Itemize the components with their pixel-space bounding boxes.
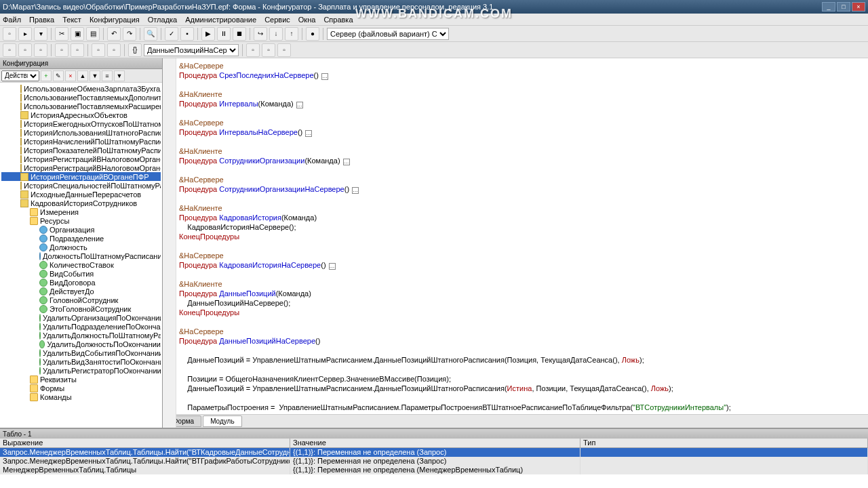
tree-item[interactable]: ИсторияРегистрацийВНалоговомОргане [1, 155, 161, 163]
tree-item[interactable]: ДолжностьПоШтатномуРасписанию [1, 251, 161, 260]
col-type[interactable]: Тип [580, 439, 868, 447]
undo-icon[interactable]: ↶ [107, 27, 121, 41]
tree-item[interactable]: КадроваяИсторияСотрудников [1, 199, 161, 207]
tb2-btn10[interactable]: ▫ [277, 43, 291, 57]
tb2-btn6[interactable]: ▫ [92, 43, 105, 57]
tb2-btn4[interactable]: ▫ [55, 43, 68, 57]
tb2-btn9[interactable]: ▫ [262, 43, 275, 57]
tree-item[interactable]: УдалитьОрганизацияПоОкончании [1, 313, 161, 322]
watermark: WWW.BANDICAM.COM [355, 7, 513, 21]
tree-edit-icon[interactable]: ✎ [53, 70, 64, 81]
tree-item[interactable]: Подразделение [1, 234, 161, 243]
tree-item[interactable]: ИсторияПоказателейПоШтатномуРасписанию [1, 146, 161, 155]
syntax-check-icon[interactable]: ✓ [165, 27, 178, 41]
menu-Отладка[interactable]: Отладка [148, 16, 177, 24]
tree-item[interactable]: УдалитьПодразделениеПоОкончании [1, 322, 161, 331]
code-editor[interactable]: &НаСервереПроцедура СрезПоследнихНаСерве… [163, 58, 868, 428]
redo-icon[interactable]: ↷ [123, 27, 136, 41]
config-tree[interactable]: ИспользованиеОбменаЗарплата3Бухгалтерия3… [0, 83, 162, 428]
watch-columns: Выражение Значение Тип [0, 439, 868, 448]
col-expression[interactable]: Выражение [0, 439, 290, 447]
procedure-select[interactable]: ДанныеПозицийНаСервере [144, 44, 239, 56]
tree-delete-icon[interactable]: × [65, 70, 76, 81]
tree-item[interactable]: Организация [1, 225, 161, 234]
menu-Администрирование[interactable]: Администрирование [185, 16, 256, 24]
editor-tab-Модуль[interactable]: Модуль [203, 415, 241, 427]
menu-Сервис[interactable]: Сервис [264, 16, 290, 24]
menu-Окна[interactable]: Окна [298, 16, 316, 24]
tb2-btn7[interactable]: ▫ [107, 43, 121, 57]
menu-Правка[interactable]: Правка [29, 16, 54, 24]
menu-Конфигурация[interactable]: Конфигурация [90, 16, 140, 24]
find-icon[interactable]: 🔍 [144, 27, 157, 41]
menu-Справка[interactable]: Справка [323, 16, 353, 24]
watch-panel-title: Табло - 1 [0, 429, 868, 439]
tree-item[interactable]: УдалитьВидЗанятостиПоОкончании [1, 357, 161, 366]
tree-item[interactable]: ИсторияАдресныхОбъектов [1, 110, 161, 119]
tree-item[interactable]: ДействуетДо [1, 287, 161, 296]
watch-row[interactable]: Запрос.МенеджерВременныхТаблиц.Таблицы.Н… [0, 448, 868, 457]
paste-icon[interactable]: ▤ [86, 27, 100, 41]
tb2-btn1[interactable]: ▫ [3, 43, 16, 57]
tree-item[interactable]: ГоловнойСотрудник [1, 296, 161, 304]
save-icon[interactable]: ▾ [34, 27, 47, 41]
step-into-icon[interactable]: ↓ [269, 27, 283, 41]
tree-item[interactable]: ИсторияРегистрацийВОрганеПФР [1, 172, 161, 181]
tree-down-icon[interactable]: ▼ [90, 70, 100, 81]
tree-item[interactable]: Команды [1, 392, 161, 401]
close-button[interactable]: × [852, 2, 865, 12]
tree-item[interactable]: ИсходныеДанныеПерерасчетов [1, 190, 161, 199]
cut-icon[interactable]: ✂ [55, 27, 68, 41]
step-over-icon[interactable]: ↪ [254, 27, 267, 41]
tree-up-icon[interactable]: ▲ [77, 70, 88, 81]
debug-stop-icon[interactable]: ⏹ [233, 27, 246, 41]
tree-item[interactable]: УдалитьДолжностьПоШтатномуРаспис... [1, 331, 161, 340]
menu-Текст[interactable]: Текст [62, 16, 81, 24]
tree-sort-icon[interactable]: ≡ [102, 70, 113, 81]
tree-item[interactable]: КоличествоСтавок [1, 260, 161, 269]
tree-item[interactable]: Должность [1, 243, 161, 251]
open-icon[interactable]: ▸ [18, 27, 32, 41]
bookmark-icon[interactable]: ▪ [180, 27, 194, 41]
tree-item[interactable]: ВидДоговора [1, 278, 161, 287]
tree-item[interactable]: ИсторияРегистрацийВНалоговомОрганеВтори.… [1, 163, 161, 172]
debug-start-icon[interactable]: ▶ [201, 27, 215, 41]
maximize-button[interactable]: □ [837, 2, 850, 12]
tree-add-icon[interactable]: + [41, 70, 52, 81]
watch-row[interactable]: Запрос.МенеджерВременныхТаблиц.Таблицы.Н… [0, 457, 868, 466]
tree-item[interactable]: ИсторияНачисленийПоШтатномуРасписанию [1, 137, 161, 146]
tree-item[interactable]: ЭтоГоловнойСотрудник [1, 304, 161, 313]
step-out-icon[interactable]: ↑ [285, 27, 298, 41]
tree-item[interactable]: Измерения [1, 207, 161, 216]
tb2-btn3[interactable]: ▫ [34, 43, 47, 57]
watch-row[interactable]: МенеджерВременныхТаблиц.Таблицы{(1,1)}: … [0, 466, 868, 474]
copy-icon[interactable]: ▣ [71, 27, 84, 41]
tree-item[interactable]: ВидСобытия [1, 269, 161, 278]
tb2-btn2[interactable]: ▫ [18, 43, 32, 57]
tree-item[interactable]: ИсторияИспользованияШтатногоРасписания [1, 128, 161, 137]
actions-select[interactable]: Действия [1, 70, 39, 81]
tree-item[interactable]: УдалитьВидСобытияПоОкончании [1, 348, 161, 357]
tree-item[interactable]: ИспользованиеПоставляемыхДополнительных.… [1, 93, 161, 102]
tree-item[interactable]: УдалитьРегистраторПоОкончании [1, 366, 161, 375]
tree-item[interactable]: Формы [1, 384, 161, 392]
breakpoint-icon[interactable]: ● [306, 27, 319, 41]
tree-item[interactable]: Реквизиты [1, 375, 161, 384]
tree-item[interactable]: ИсторияСпециальностейПоШтатномуРасписан.… [1, 181, 161, 190]
tb2-btn8[interactable]: ▫ [246, 43, 260, 57]
server-select[interactable]: Сервер (файловый вариант) Савинс... [327, 28, 449, 40]
tree-item[interactable]: ИсторияЕжегодныхОтпусковПоШтатномуРаспи.… [1, 119, 161, 128]
tree-item[interactable]: ИспользованиеПоставляемыхРасширенийВОб..… [1, 102, 161, 110]
config-tree-toolbar: Действия + ✎ × ▲ ▼ ≡ ▼ [0, 69, 162, 83]
tree-item[interactable]: ИспользованиеОбменаЗарплата3Бухгалтерия3… [1, 84, 161, 93]
col-value[interactable]: Значение [290, 439, 580, 447]
procedure-icon[interactable]: {} [128, 43, 142, 57]
tb2-btn5[interactable]: ▫ [71, 43, 84, 57]
tree-item[interactable]: УдалитьДолжностьПоОкончании [1, 340, 161, 348]
tree-filter-icon[interactable]: ▼ [114, 70, 125, 81]
new-icon[interactable]: ▫ [3, 27, 16, 41]
debug-pause-icon[interactable]: ⏸ [217, 27, 231, 41]
tree-item[interactable]: Ресурсы [1, 216, 161, 225]
menu-Файл[interactable]: Файл [3, 16, 21, 24]
minimize-button[interactable]: _ [822, 2, 835, 12]
